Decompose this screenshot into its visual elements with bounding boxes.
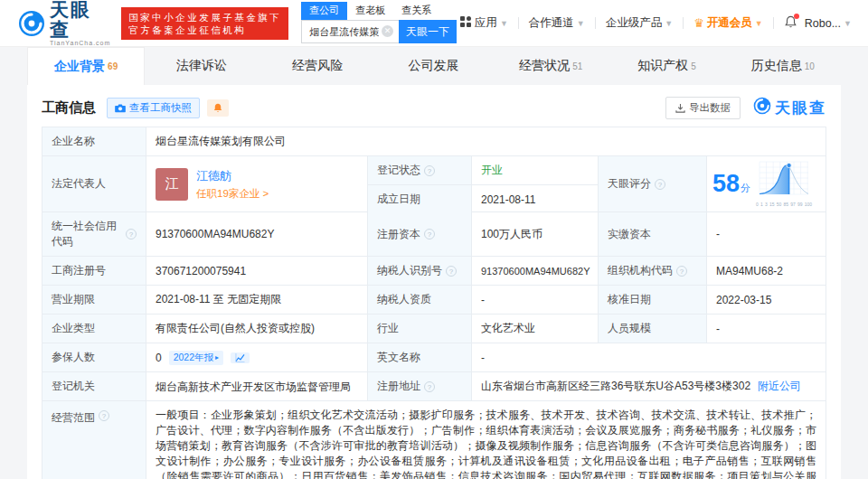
- tianyancha-logo-icon: [18, 10, 45, 37]
- business-term-value: 2021-08-11 至 无固定期限: [146, 286, 368, 314]
- annual-report-tag[interactable]: 2022年报 ▸: [169, 351, 223, 365]
- business-info-card: 工商信息 查看工商快照 导出数据 天眼查 企业名称: [27, 85, 841, 479]
- tab-operating-risk[interactable]: 经营风险: [261, 47, 377, 85]
- credit-code-value: 91370600MA94MU682Y: [146, 212, 368, 256]
- help-icon[interactable]: ?: [446, 266, 457, 277]
- industry-value: 文化艺术业: [472, 315, 599, 343]
- field-label: 成立日期: [368, 185, 472, 213]
- legal-rep-cell: 江 江德舫 任职19家企业 >: [146, 156, 368, 211]
- grid-icon: [460, 16, 471, 30]
- bell-icon: [212, 102, 223, 114]
- chart-axis-ticks: 0131550859799100: [756, 202, 812, 207]
- crown-icon: ♛: [693, 16, 704, 30]
- company-name-value: 烟台星流传媒策划有限公司: [146, 127, 826, 155]
- search-block: 查公司 查老板 查关系 ✕ 天眼一下: [301, 3, 457, 43]
- field-label: 企业类型: [42, 315, 146, 343]
- divider: [518, 17, 519, 29]
- field-label: 实缴资本: [599, 212, 707, 256]
- logo-title: 天眼查: [50, 0, 110, 40]
- avatar[interactable]: 江: [156, 168, 188, 201]
- divider: [595, 17, 596, 29]
- insured-count-value: 0: [156, 352, 162, 364]
- badge-line-1: 国家中小企业发展子基金旗下: [128, 11, 281, 23]
- tab-intellectual-property[interactable]: 知识产权5: [609, 47, 724, 85]
- insured-count-cell: 0 2022年报 ▸: [146, 343, 368, 371]
- table-row: 工商注册号 370671200075941 纳税人识别号? 91370600MA…: [42, 257, 826, 286]
- chevron-down-icon: ▼: [844, 19, 852, 28]
- approval-date-value: 2022-03-15: [707, 286, 826, 314]
- org-code-value: MA94MU68-2: [707, 257, 826, 285]
- nearby-companies-link[interactable]: 附近公司: [758, 379, 801, 394]
- field-label: 营业期限: [42, 286, 146, 314]
- nav-partner[interactable]: 合作通道 ▼: [525, 15, 589, 31]
- help-icon[interactable]: ?: [676, 266, 687, 277]
- nav-vip[interactable]: ♛ 开通会员 ▼: [690, 15, 767, 31]
- monitor-bell-button[interactable]: [207, 99, 229, 117]
- status-date-column: 登记状态 ? 开业 成立日期 2021-08-11: [368, 156, 599, 211]
- reg-authority-value: 烟台高新技术产业开发区市场监督管理局: [146, 372, 368, 400]
- table-row: 参保人数 0 2022年报 ▸ 英文名称 -: [42, 343, 826, 372]
- help-icon[interactable]: ?: [655, 179, 665, 190]
- establish-date-value: 2021-08-11: [472, 185, 598, 213]
- table-row: 企业名称 烟台星流传媒策划有限公司: [42, 127, 826, 156]
- table-row: 统一社会信用代码? 91370600MA94MU682Y 注册资本? 100万人…: [42, 212, 826, 257]
- snapshot-button[interactable]: 查看工商快照: [107, 98, 200, 118]
- nav-apps[interactable]: 应用 ▼: [457, 15, 512, 31]
- search-row: ✕ 天眼一下: [301, 20, 457, 43]
- trend-chart-button[interactable]: [231, 352, 250, 363]
- legal-rep-name-link[interactable]: 江德舫: [196, 168, 269, 184]
- brand-name: 天眼查: [775, 98, 826, 118]
- chevron-down-icon: ▼: [577, 19, 585, 28]
- reg-number-value: 370671200075941: [146, 257, 368, 285]
- nav-enterprise[interactable]: 企业级产品 ▼: [602, 15, 676, 31]
- tab-company-background[interactable]: 企业背景69: [27, 47, 145, 85]
- legal-rep-positions-link[interactable]: 任职19家企业 >: [196, 187, 269, 201]
- score-label: 天眼评分 ?: [599, 156, 707, 211]
- reg-address-cell: 山东省烟台市高新区经三路36号联东U谷A53号楼3楼302 附近公司: [472, 372, 826, 400]
- tianyancha-logo[interactable]: 天眼查 TianYanCha.com: [18, 0, 110, 46]
- field-label: 注册资本?: [368, 212, 472, 256]
- tab-legal-proceedings[interactable]: 法律诉讼: [145, 47, 260, 85]
- business-scope-value: 一般项目：企业形象策划；组织文化艺术交流活动；摄影扩印服务；技术服务、技术开发、…: [156, 408, 816, 479]
- field-label: 经营范围?: [42, 401, 146, 479]
- field-label: 纳税人识别号?: [368, 257, 472, 285]
- field-label: 法定代表人: [42, 156, 146, 211]
- help-icon[interactable]: ?: [126, 229, 137, 240]
- clear-search-icon[interactable]: ✕: [382, 25, 393, 37]
- business-info-table: 企业名称 烟台星流传媒策划有限公司 法定代表人 江 江德舫 任职19家企业 > …: [42, 127, 826, 479]
- business-scope-cell: 一般项目：企业形象策划；组织文化艺术交流活动；摄影扩印服务；技术服务、技术开发、…: [146, 401, 826, 479]
- field-label: 行业: [368, 315, 472, 343]
- tab-company-development[interactable]: 公司发展: [377, 47, 493, 85]
- tab-operating-status[interactable]: 经营状况51: [493, 47, 609, 85]
- score-distribution-chart: 0131550859799100: [756, 161, 812, 207]
- help-icon[interactable]: ?: [424, 165, 435, 176]
- field-label: 统一社会信用代码?: [42, 212, 146, 256]
- brand-logo-icon: [753, 97, 771, 118]
- section-header: 工商信息 查看工商快照 导出数据 天眼查: [42, 94, 826, 121]
- table-subrow: 成立日期 2021-08-11: [368, 185, 598, 213]
- search-tab-relation[interactable]: 查关系: [393, 2, 439, 20]
- help-icon[interactable]: ?: [424, 229, 435, 240]
- camera-icon: [115, 103, 126, 113]
- legal-rep-info: 江德舫 任职19家企业 >: [196, 168, 269, 201]
- top-header: 天眼查 TianYanCha.com 国家中小企业发展子基金旗下 官方备案企业征…: [0, 0, 868, 47]
- search-button[interactable]: 天眼一下: [399, 20, 457, 43]
- tab-history-info[interactable]: 历史信息10: [725, 47, 841, 85]
- help-icon[interactable]: ?: [99, 410, 109, 421]
- top-navigation: 应用 ▼ 合作通道 ▼ 企业级产品 ▼ ♛ 开通会员 ▼: [457, 15, 855, 32]
- taxpayer-quality-value: -: [472, 286, 599, 314]
- table-row: 营业期限 2021-08-11 至 无固定期限 纳税人资质 - 核准日期 202…: [42, 286, 826, 315]
- help-icon[interactable]: ?: [424, 381, 435, 392]
- search-tab-boss[interactable]: 查老板: [347, 2, 393, 20]
- notification-bell-icon[interactable]: [784, 15, 797, 32]
- chevron-down-icon: ▼: [665, 19, 673, 28]
- company-type-value: 有限责任公司(自然人投资或控股): [146, 315, 368, 343]
- search-input-wrap: ✕: [301, 20, 399, 43]
- nav-user[interactable]: Robo... ▼: [801, 17, 855, 30]
- field-label: 注册地址?: [368, 372, 472, 400]
- export-data-button[interactable]: 导出数据: [665, 97, 741, 119]
- logo-domain: TianYanCha.com: [50, 40, 110, 46]
- table-row: 法定代表人 江 江德舫 任职19家企业 > 登记状态 ? 开业: [42, 156, 826, 212]
- search-tab-company[interactable]: 查公司: [301, 2, 347, 20]
- page: 天眼查 TianYanCha.com 国家中小企业发展子基金旗下 官方备案企业征…: [0, 0, 868, 479]
